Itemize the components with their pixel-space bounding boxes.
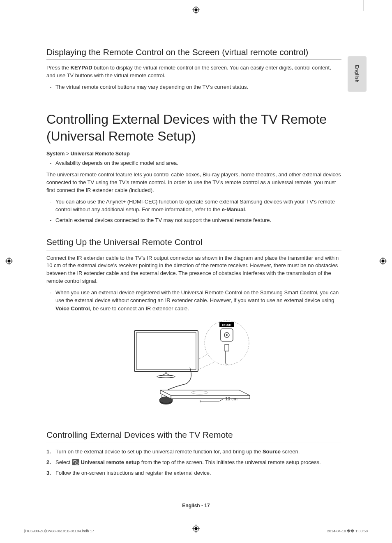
registration-mark-icon [192, 6, 200, 14]
section-heading-controlling: Controlling External Devices with the TV… [46, 429, 341, 443]
list-item: You can also use the Anynet+ (HDMI-CEC) … [46, 198, 341, 214]
list-item: Availability depends on the specific mod… [46, 159, 341, 167]
section-heading-virtual-remote: Displaying the Remote Control on the Scr… [46, 46, 341, 60]
slug-file: [HU6900-ZG]BN68-06101B-01L04.indb 17 [24, 529, 94, 533]
paragraph: Connect the IR extender cable to the TV'… [46, 254, 341, 285]
universal-remote-setup-icon [72, 459, 79, 465]
section-heading-setup: Setting Up the Universal Remote Control [46, 236, 341, 250]
distance-label: 10 cm [225, 396, 238, 401]
crop-mark [17, 0, 17, 11]
svg-rect-29 [171, 395, 250, 399]
crop-mark [364, 0, 364, 11]
step-item: Turn on the external device to set up th… [46, 447, 341, 456]
keypad-label: KEYPAD [71, 65, 92, 71]
page-content: Displaying the Remote Control on the Scr… [46, 46, 341, 480]
universal-remote-setup-label: Universal remote setup [81, 459, 140, 465]
emanual-label: e-Manual [222, 206, 245, 213]
registration-mark-icon [379, 257, 387, 265]
step-item: Follow the on-screen instructions and re… [46, 469, 341, 478]
svg-point-22 [226, 334, 228, 336]
language-tab: English [348, 56, 367, 92]
paragraph: The universal remote control feature let… [46, 171, 341, 194]
main-heading-universal-remote: Controlling External Devices with the TV… [46, 111, 341, 145]
list-item: Certain external devices connected to th… [46, 216, 341, 224]
svg-point-26 [157, 375, 175, 378]
svg-point-16 [205, 321, 249, 365]
page-footer: English - 17 [0, 503, 392, 508]
language-label: English [355, 65, 360, 83]
list-item: The virtual remote control buttons may v… [46, 83, 341, 91]
ir-extender-diagram: IR OUT [46, 318, 341, 410]
list-item: When you use an external device register… [46, 289, 341, 313]
voice-control-label: Voice Control [55, 305, 90, 312]
source-label: Source [263, 448, 281, 455]
registration-mark-icon [5, 257, 13, 265]
print-slug: [HU6900-ZG]BN68-06101B-01L04.indb 17 201… [24, 529, 368, 533]
slug-date: 2014-04-18 �� 1:00:58 [327, 529, 368, 533]
paragraph: Press the KEYPAD button to display the v… [46, 64, 341, 80]
svg-rect-23 [225, 344, 229, 351]
ir-out-label: IR OUT [222, 323, 232, 326]
step-item: Select Universal remote setup from the t… [46, 458, 341, 467]
breadcrumb: System > Universal Remote Setup [46, 151, 341, 157]
svg-rect-25 [136, 333, 196, 370]
